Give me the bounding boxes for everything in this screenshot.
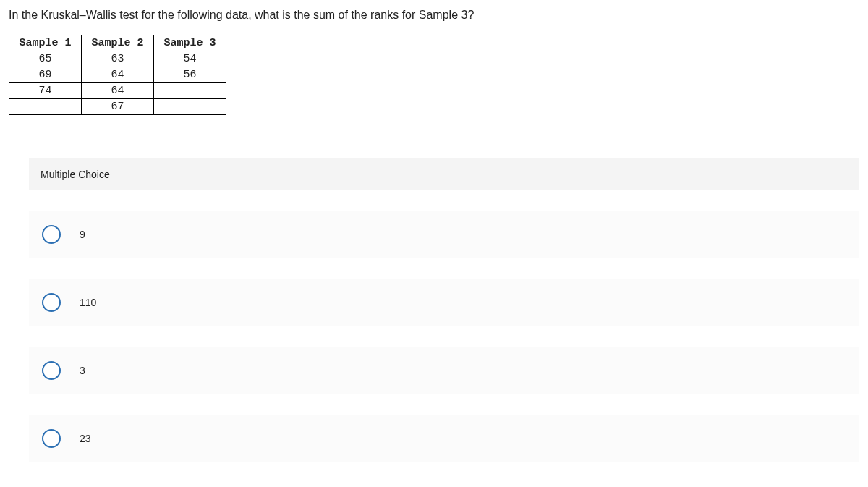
table-header: Sample 1 <box>9 35 82 51</box>
table-cell: 63 <box>82 51 154 67</box>
table-cell: 64 <box>82 83 154 99</box>
table-cell: 74 <box>9 83 82 99</box>
table-cell: 69 <box>9 67 82 83</box>
table-header: Sample 2 <box>82 35 154 51</box>
table-row: 69 64 56 <box>9 67 226 83</box>
table-cell: 54 <box>154 51 226 67</box>
table-row: 65 63 54 <box>9 51 226 67</box>
table-cell <box>9 99 82 115</box>
table-cell: 65 <box>9 51 82 67</box>
option-label: 110 <box>80 297 96 308</box>
option-label: 3 <box>80 365 85 376</box>
option-1[interactable]: 110 <box>29 279 859 326</box>
table-cell <box>154 99 226 115</box>
table-cell: 67 <box>82 99 154 115</box>
radio-icon[interactable] <box>42 429 61 448</box>
table-cell <box>154 83 226 99</box>
multiple-choice-title: Multiple Choice <box>29 158 859 190</box>
table-header: Sample 3 <box>154 35 226 51</box>
table-cell: 64 <box>82 67 154 83</box>
data-table: Sample 1 Sample 2 Sample 3 65 63 54 69 6… <box>9 35 226 115</box>
table-cell: 56 <box>154 67 226 83</box>
radio-icon[interactable] <box>42 225 61 244</box>
radio-icon[interactable] <box>42 361 61 380</box>
multiple-choice-container: Multiple Choice 9 110 3 23 <box>29 158 859 462</box>
table-row: 74 64 <box>9 83 226 99</box>
option-0[interactable]: 9 <box>29 211 859 258</box>
radio-icon[interactable] <box>42 293 61 312</box>
option-2[interactable]: 3 <box>29 347 859 394</box>
table-header-row: Sample 1 Sample 2 Sample 3 <box>9 35 226 51</box>
option-label: 9 <box>80 229 85 240</box>
question-text: In the Kruskal–Wallis test for the follo… <box>9 9 859 22</box>
option-3[interactable]: 23 <box>29 415 859 462</box>
table-row: 67 <box>9 99 226 115</box>
option-label: 23 <box>80 433 91 444</box>
